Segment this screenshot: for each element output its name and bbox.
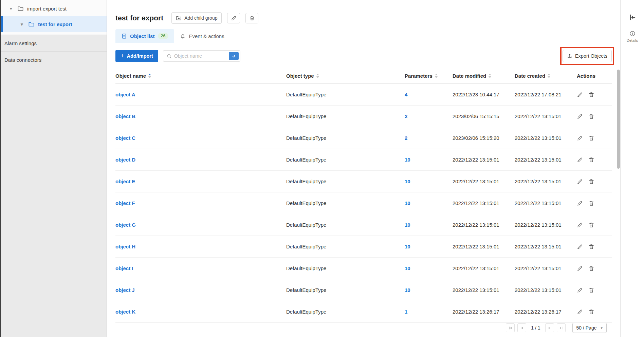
- parameters-link[interactable]: 10: [405, 244, 410, 249]
- edit-icon[interactable]: [577, 222, 583, 228]
- delete-group-button[interactable]: [245, 13, 258, 23]
- object-type-cell: DefaultEquipType: [286, 309, 405, 315]
- edit-icon[interactable]: [577, 135, 583, 141]
- parameters-link[interactable]: 2: [405, 113, 407, 119]
- edit-group-button[interactable]: [227, 13, 240, 23]
- upload-icon: [567, 53, 572, 59]
- sidebar-item-alarm-settings[interactable]: Alarm settings: [1, 35, 107, 52]
- search-input[interactable]: [174, 53, 229, 59]
- delete-icon[interactable]: [588, 113, 594, 119]
- edit-icon[interactable]: [577, 113, 583, 119]
- chevron-down-icon[interactable]: ▾: [21, 22, 26, 27]
- edit-icon[interactable]: [577, 287, 583, 293]
- tree-item-import-export-test[interactable]: ▾ import export test: [1, 1, 107, 16]
- column-label: Object type: [286, 73, 314, 79]
- edit-icon[interactable]: [577, 244, 583, 250]
- parameters-link[interactable]: 10: [405, 222, 410, 228]
- parameters-link[interactable]: 4: [405, 92, 407, 97]
- group-tree: ▾ import export test ▾ test for export: [1, 0, 107, 35]
- export-objects-button[interactable]: Export Objects: [563, 50, 612, 62]
- date-created-cell: 2022/12/22 13:26:17: [515, 309, 577, 315]
- object-name-link[interactable]: object F: [115, 200, 135, 206]
- object-table: Object name Object type Parameters Date …: [115, 68, 612, 323]
- date-modified-cell: 2022/12/22 13:15:01: [453, 200, 515, 206]
- delete-icon[interactable]: [588, 287, 594, 293]
- chevron-down-icon: ▾: [601, 326, 603, 330]
- scrollbar-thumb[interactable]: [617, 70, 620, 169]
- object-type-cell: DefaultEquipType: [286, 113, 405, 119]
- sort-icon[interactable]: [435, 74, 438, 78]
- edit-icon[interactable]: [577, 309, 583, 315]
- parameters-link[interactable]: 10: [405, 287, 410, 293]
- column-object-name[interactable]: Object name: [115, 73, 286, 79]
- sort-icon[interactable]: [316, 74, 319, 78]
- delete-icon[interactable]: [588, 222, 594, 228]
- add-child-group-button[interactable]: Add child group: [171, 12, 222, 24]
- tree-item-label: test for export: [38, 21, 72, 27]
- delete-icon[interactable]: [588, 265, 594, 272]
- first-page-button[interactable]: [506, 323, 515, 332]
- previous-page-button[interactable]: [517, 323, 526, 332]
- sort-icon[interactable]: [548, 74, 550, 78]
- sort-icon[interactable]: [489, 74, 491, 78]
- tab-label: Event & actions: [189, 33, 224, 39]
- page-size-select[interactable]: 50 / Page ▾: [572, 323, 607, 333]
- delete-icon[interactable]: [588, 157, 594, 163]
- details-button[interactable]: Details: [627, 31, 638, 42]
- column-date-modified[interactable]: Date modified: [453, 73, 515, 79]
- object-type-cell: DefaultEquipType: [286, 265, 405, 271]
- object-name-link[interactable]: object A: [115, 92, 135, 97]
- parameters-link[interactable]: 1: [405, 309, 407, 315]
- sort-icon[interactable]: [148, 74, 151, 78]
- info-icon: [629, 31, 636, 37]
- tree-item-test-for-export[interactable]: ▾ test for export: [1, 16, 107, 32]
- add-import-button[interactable]: + Add/Import: [115, 50, 158, 62]
- edit-icon[interactable]: [577, 265, 583, 272]
- search-submit-button[interactable]: [229, 52, 239, 60]
- tab-bar: Object list 26 Event & actions: [115, 29, 620, 43]
- edit-icon[interactable]: [577, 157, 583, 163]
- tab-object-list[interactable]: Object list 26: [115, 29, 174, 43]
- parameters-link[interactable]: 10: [405, 200, 410, 206]
- object-name-link[interactable]: object E: [115, 179, 135, 184]
- object-name-link[interactable]: object K: [115, 309, 135, 315]
- column-date-created[interactable]: Date created: [515, 73, 577, 79]
- object-name-link[interactable]: object C: [115, 135, 135, 141]
- sidebar-item-data-connectors[interactable]: Data connectors: [1, 52, 107, 68]
- date-modified-cell: 2022/12/23 10:44:17: [453, 92, 515, 97]
- delete-icon[interactable]: [588, 200, 594, 206]
- tab-event-actions[interactable]: Event & actions: [174, 29, 230, 43]
- delete-icon[interactable]: [588, 179, 594, 185]
- object-name-link[interactable]: object I: [115, 265, 133, 271]
- object-name-link[interactable]: object G: [115, 222, 136, 228]
- column-object-type[interactable]: Object type: [286, 73, 405, 79]
- parameters-link[interactable]: 10: [405, 265, 410, 271]
- column-label: Object name: [115, 73, 146, 79]
- parameters-link[interactable]: 10: [405, 179, 410, 184]
- parameters-link[interactable]: 2: [405, 135, 407, 141]
- object-name-link[interactable]: object B: [115, 113, 135, 119]
- edit-icon[interactable]: [577, 200, 583, 206]
- object-name-link[interactable]: object H: [115, 244, 135, 249]
- delete-icon[interactable]: [588, 135, 594, 141]
- collapse-panel-icon[interactable]: [629, 14, 636, 21]
- object-name-link[interactable]: object J: [115, 287, 135, 293]
- next-page-button[interactable]: [545, 323, 554, 332]
- edit-icon[interactable]: [577, 92, 583, 98]
- date-created-cell: 2022/12/22 13:15:01: [515, 200, 577, 206]
- date-modified-cell: 2022/12/22 13:15:01: [453, 179, 515, 184]
- delete-icon[interactable]: [588, 244, 594, 250]
- parameters-link[interactable]: 10: [405, 157, 410, 163]
- object-name-link[interactable]: object D: [115, 157, 135, 163]
- delete-icon[interactable]: [588, 309, 594, 315]
- last-page-button[interactable]: [557, 323, 566, 332]
- pagination: 1 / 1 50 / Page ▾: [506, 323, 607, 333]
- document-icon: [121, 33, 127, 39]
- edit-icon[interactable]: [577, 179, 583, 185]
- chevron-down-icon[interactable]: ▾: [10, 6, 15, 11]
- table-row: object E DefaultEquipType 10 2022/12/22 …: [115, 171, 612, 192]
- column-parameters[interactable]: Parameters: [405, 73, 453, 79]
- table-row: object J DefaultEquipType 10 2022/12/22 …: [115, 279, 612, 301]
- delete-icon[interactable]: [588, 92, 594, 98]
- folder-icon: [17, 5, 24, 12]
